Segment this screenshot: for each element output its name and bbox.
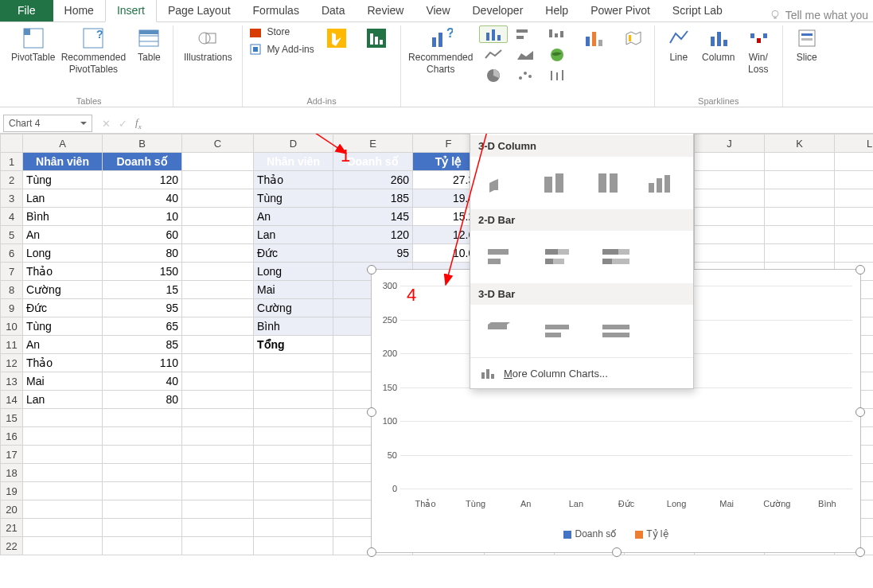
svg-rect-48	[763, 33, 767, 38]
tab-data[interactable]: Data	[310, 0, 357, 21]
rec-charts-icon: ?	[429, 26, 453, 50]
tab-review[interactable]: Review	[357, 0, 415, 21]
opt-3d-100stacked-bar[interactable]	[594, 313, 641, 349]
resize-handle[interactable]	[367, 265, 376, 275]
ribbon-group-illustrations: Illustrations	[173, 25, 243, 107]
btn-recommended-pivottables[interactable]: ? RecommendedPivotTables	[60, 25, 127, 75]
resize-handle[interactable]	[855, 407, 865, 417]
btn-column-chart[interactable]	[479, 25, 508, 43]
btn-3dmap[interactable]	[616, 25, 651, 51]
btn-globe-chart[interactable]	[543, 46, 571, 64]
svg-rect-87	[602, 333, 629, 337]
tab-page-layout[interactable]: Page Layout	[157, 0, 242, 21]
tab-formulas[interactable]: Formulas	[242, 0, 310, 21]
svg-rect-68	[598, 173, 606, 193]
svg-rect-74	[488, 259, 501, 264]
svg-rect-43	[711, 37, 715, 46]
btn-illustrations[interactable]: Illustrations	[180, 25, 236, 63]
tab-power-pivot[interactable]: Power Pivot	[579, 0, 661, 21]
btn-table[interactable]: Table	[131, 25, 166, 63]
svg-rect-47	[757, 38, 761, 43]
resize-handle[interactable]	[855, 265, 865, 275]
btn-pie-chart[interactable]	[479, 67, 508, 84]
row[interactable]: 6Long80Đức9510.00	[1, 244, 874, 263]
group-label-addins: Add-ins	[249, 95, 393, 106]
svg-rect-82	[602, 259, 612, 264]
chart-x-axis: ThảoTùngAnLanĐứcLongMaiCườngBình	[400, 499, 852, 509]
btn-people-graph[interactable]	[359, 25, 394, 51]
opt-stacked-bar[interactable]	[537, 239, 583, 275]
opt-3d-100stacked[interactable]	[587, 165, 630, 201]
svg-rect-76	[545, 249, 558, 255]
svg-rect-10	[206, 33, 216, 43]
tab-help[interactable]: Help	[534, 0, 579, 21]
row[interactable]: 3Lan40Tùng18519.47	[1, 189, 874, 208]
btn-bar-chart[interactable]	[511, 25, 540, 43]
tab-view[interactable]: View	[415, 0, 461, 21]
svg-point-34	[524, 72, 527, 75]
svg-rect-84	[545, 325, 569, 329]
svg-rect-46	[750, 33, 754, 38]
more-charts-icon	[480, 366, 496, 380]
row[interactable]: 1Nhân viênDoanh sốNhân viênDoanh sốTỷ lệ	[1, 153, 874, 171]
resize-handle[interactable]	[855, 547, 865, 557]
svg-rect-19	[432, 37, 436, 47]
svg-rect-22	[486, 33, 489, 41]
btn-waterfall-chart[interactable]	[543, 25, 571, 43]
cancel-icon[interactable]: ✕	[102, 118, 111, 130]
btn-bing-maps[interactable]	[319, 25, 354, 51]
opt-100stacked-bar[interactable]	[594, 239, 641, 275]
svg-rect-71	[657, 178, 662, 193]
opt-3d-stacked-bar[interactable]	[537, 313, 583, 349]
ribbon-group-addins: Store My Add-ins Add-ins	[243, 25, 400, 107]
btn-spark-winloss[interactable]: Win/Loss	[741, 25, 776, 75]
column-headers[interactable]: ABC DEF GHI JKL	[1, 134, 874, 153]
btn-store[interactable]: Store	[249, 25, 314, 38]
svg-rect-24	[497, 35, 501, 41]
resize-handle[interactable]	[612, 547, 622, 557]
opt-3d-stacked[interactable]	[534, 165, 577, 201]
row[interactable]: 2Tùng120Thảo26027.37	[1, 171, 874, 189]
name-box[interactable]: Chart 4	[3, 115, 92, 132]
opt-clustered-bar[interactable]	[480, 239, 526, 275]
row[interactable]: 5An60Lan12012.63	[1, 226, 874, 244]
tab-file[interactable]: File	[0, 0, 53, 21]
opt-3d-clustered[interactable]	[480, 165, 523, 201]
dropdown-section-3d-column: 3-D Column	[470, 135, 693, 157]
sparkline-wl-icon	[747, 27, 770, 49]
btn-pivotchart[interactable]	[576, 25, 611, 51]
btn-area-chart[interactable]	[511, 46, 540, 64]
shapes-icon	[197, 27, 219, 49]
btn-slicer[interactable]: Slice	[789, 25, 824, 63]
resize-handle[interactable]	[367, 547, 376, 557]
tab-developer[interactable]: Developer	[462, 0, 535, 21]
svg-rect-72	[664, 175, 670, 193]
fx-icon[interactable]: fx	[135, 116, 142, 130]
select-all-cell[interactable]	[1, 134, 23, 153]
btn-line-chart[interactable]	[479, 46, 508, 64]
btn-spark-line[interactable]: Line	[661, 25, 696, 63]
row[interactable]: 4Bình10An14515.20	[1, 208, 874, 226]
svg-rect-86	[602, 325, 629, 329]
tab-insert[interactable]: Insert	[105, 0, 157, 22]
more-column-charts[interactable]: More Column Charts...	[470, 357, 693, 388]
btn-my-addins[interactable]: My Add-ins	[249, 43, 314, 56]
svg-rect-8	[139, 30, 158, 34]
svg-point-0	[772, 10, 778, 17]
map-icon	[622, 27, 645, 49]
svg-rect-51	[801, 38, 813, 41]
opt-3d-column[interactable]	[641, 165, 684, 201]
confirm-icon[interactable]: ✓	[119, 118, 127, 130]
btn-recommended-charts[interactable]: ? RecommendedCharts	[407, 25, 474, 75]
btn-pivottable[interactable]: PivotTable	[11, 25, 55, 63]
opt-3d-clustered-bar[interactable]	[480, 313, 526, 349]
tab-home[interactable]: Home	[53, 0, 105, 21]
btn-scatter-chart[interactable]	[511, 67, 540, 84]
svg-rect-20	[438, 33, 442, 47]
btn-spark-column[interactable]: Column	[701, 25, 736, 63]
btn-stock-chart[interactable]	[543, 67, 571, 84]
tellme-search[interactable]: Tell me what you	[770, 9, 873, 21]
svg-rect-73	[488, 249, 509, 255]
tab-script-lab[interactable]: Script Lab	[661, 0, 734, 21]
svg-rect-40	[592, 32, 596, 46]
